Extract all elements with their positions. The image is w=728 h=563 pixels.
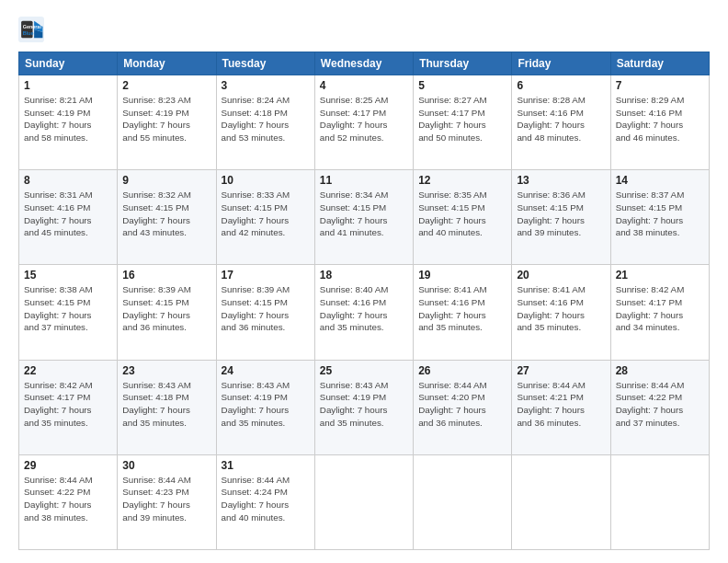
daylight-minutes: and 40 minutes.	[418, 227, 483, 237]
calendar-cell: 4 Sunrise: 8:25 AM Sunset: 4:17 PM Dayli…	[314, 75, 413, 170]
sunset-label: Sunset: 4:17 PM	[24, 392, 90, 402]
calendar-cell: 24 Sunrise: 8:43 AM Sunset: 4:19 PM Dayl…	[216, 360, 314, 454]
daylight-label: Daylight: 7 hours	[24, 120, 92, 130]
daylight-label: Daylight: 7 hours	[616, 215, 684, 225]
sunset-label: Sunset: 4:23 PM	[122, 487, 188, 497]
sunset-label: Sunset: 4:19 PM	[320, 392, 386, 402]
day-number: 21	[616, 269, 704, 282]
calendar-cell: 2 Sunrise: 8:23 AM Sunset: 4:19 PM Dayli…	[118, 75, 216, 170]
daylight-minutes: and 35 minutes.	[517, 322, 581, 332]
sunrise-label: Sunrise: 8:21 AM	[24, 95, 93, 105]
sunset-label: Sunset: 4:21 PM	[517, 392, 583, 402]
day-number: 11	[320, 174, 408, 187]
sunset-label: Sunset: 4:17 PM	[418, 108, 484, 118]
calendar-cell: 11 Sunrise: 8:34 AM Sunset: 4:15 PM Dayl…	[314, 170, 413, 265]
calendar-cell: 6 Sunrise: 8:28 AM Sunset: 4:16 PM Dayli…	[512, 75, 610, 170]
calendar-cell: 8 Sunrise: 8:31 AM Sunset: 4:16 PM Dayli…	[19, 170, 118, 265]
calendar-cell: 16 Sunrise: 8:39 AM Sunset: 4:15 PM Dayl…	[118, 265, 216, 360]
day-info: Sunrise: 8:39 AM Sunset: 4:15 PM Dayligh…	[222, 283, 310, 334]
calendar-header: Sunday Monday Tuesday Wednesday Thursday…	[19, 52, 710, 75]
col-tuesday: Tuesday	[216, 52, 314, 75]
sunset-label: Sunset: 4:19 PM	[122, 108, 188, 118]
day-number: 10	[222, 174, 310, 187]
calendar-cell: 21 Sunrise: 8:42 AM Sunset: 4:17 PM Dayl…	[610, 265, 709, 360]
calendar-cell: 25 Sunrise: 8:43 AM Sunset: 4:19 PM Dayl…	[314, 360, 413, 454]
col-friday: Friday	[512, 52, 610, 75]
day-info: Sunrise: 8:37 AM Sunset: 4:15 PM Dayligh…	[616, 189, 704, 239]
sunset-label: Sunset: 4:15 PM	[122, 297, 188, 307]
daylight-minutes: and 35 minutes.	[222, 418, 286, 428]
day-number: 17	[222, 269, 310, 282]
sunrise-label: Sunrise: 8:37 AM	[616, 190, 685, 200]
daylight-minutes: and 58 minutes.	[24, 132, 88, 143]
daylight-label: Daylight: 7 hours	[122, 310, 190, 320]
day-info: Sunrise: 8:24 AM Sunset: 4:18 PM Dayligh…	[222, 94, 310, 144]
calendar-body: 1 Sunrise: 8:21 AM Sunset: 4:19 PM Dayli…	[19, 75, 710, 550]
sunrise-label: Sunrise: 8:24 AM	[222, 95, 290, 105]
day-number: 12	[418, 174, 506, 187]
col-saturday: Saturday	[610, 52, 709, 75]
day-info: Sunrise: 8:44 AM Sunset: 4:23 PM Dayligh…	[122, 474, 210, 524]
day-info: Sunrise: 8:27 AM Sunset: 4:17 PM Dayligh…	[418, 94, 506, 144]
day-number: 19	[418, 269, 506, 282]
sunrise-label: Sunrise: 8:27 AM	[418, 95, 487, 105]
sunrise-label: Sunrise: 8:23 AM	[122, 95, 191, 105]
daylight-label: Daylight: 7 hours	[517, 405, 585, 415]
day-number: 8	[24, 174, 112, 187]
calendar-table: Sunday Monday Tuesday Wednesday Thursday…	[18, 52, 710, 550]
sunrise-label: Sunrise: 8:44 AM	[418, 380, 487, 390]
sunrise-label: Sunrise: 8:38 AM	[24, 284, 93, 294]
daylight-label: Daylight: 7 hours	[222, 120, 290, 130]
day-info: Sunrise: 8:44 AM Sunset: 4:20 PM Dayligh…	[418, 379, 506, 430]
day-info: Sunrise: 8:34 AM Sunset: 4:15 PM Dayligh…	[320, 189, 408, 239]
sunset-label: Sunset: 4:19 PM	[222, 392, 288, 402]
day-number: 3	[222, 79, 310, 92]
calendar-week-2: 15 Sunrise: 8:38 AM Sunset: 4:15 PM Dayl…	[19, 265, 710, 360]
calendar-cell: 26 Sunrise: 8:44 AM Sunset: 4:20 PM Dayl…	[414, 360, 512, 454]
sunrise-label: Sunrise: 8:43 AM	[320, 380, 389, 390]
day-number: 23	[122, 364, 210, 377]
sunrise-label: Sunrise: 8:42 AM	[24, 380, 93, 390]
day-info: Sunrise: 8:36 AM Sunset: 4:15 PM Dayligh…	[517, 189, 605, 239]
day-number: 26	[418, 364, 506, 377]
daylight-label: Daylight: 7 hours	[222, 310, 290, 320]
day-info: Sunrise: 8:21 AM Sunset: 4:19 PM Dayligh…	[24, 94, 112, 144]
daylight-label: Daylight: 7 hours	[616, 310, 684, 320]
daylight-label: Daylight: 7 hours	[24, 405, 92, 415]
sunset-label: Sunset: 4:15 PM	[24, 297, 90, 307]
daylight-label: Daylight: 7 hours	[222, 215, 290, 225]
day-number: 31	[222, 459, 310, 472]
sunset-label: Sunset: 4:15 PM	[122, 202, 188, 213]
daylight-minutes: and 36 minutes.	[517, 418, 581, 428]
daylight-label: Daylight: 7 hours	[122, 500, 190, 510]
sunrise-label: Sunrise: 8:44 AM	[222, 475, 290, 485]
daylight-minutes: and 36 minutes.	[418, 418, 483, 428]
sunrise-label: Sunrise: 8:35 AM	[418, 190, 487, 200]
calendar-cell: 10 Sunrise: 8:33 AM Sunset: 4:15 PM Dayl…	[216, 170, 314, 265]
sunset-label: Sunset: 4:18 PM	[122, 392, 188, 402]
logo: General Blue	[18, 17, 48, 42]
calendar-cell: 9 Sunrise: 8:32 AM Sunset: 4:15 PM Dayli…	[118, 170, 216, 265]
sunset-label: Sunset: 4:17 PM	[320, 108, 386, 118]
daylight-label: Daylight: 7 hours	[517, 120, 585, 130]
day-number: 29	[24, 459, 112, 472]
day-number: 22	[24, 364, 112, 377]
day-info: Sunrise: 8:44 AM Sunset: 4:22 PM Dayligh…	[24, 474, 112, 524]
col-thursday: Thursday	[414, 52, 512, 75]
sunrise-label: Sunrise: 8:28 AM	[517, 95, 586, 105]
day-info: Sunrise: 8:29 AM Sunset: 4:16 PM Dayligh…	[616, 94, 704, 144]
day-number: 16	[122, 269, 210, 282]
header: General Blue	[18, 17, 710, 42]
sunset-label: Sunset: 4:15 PM	[616, 202, 682, 213]
daylight-label: Daylight: 7 hours	[122, 120, 190, 130]
calendar-week-1: 8 Sunrise: 8:31 AM Sunset: 4:16 PM Dayli…	[19, 170, 710, 265]
day-info: Sunrise: 8:25 AM Sunset: 4:17 PM Dayligh…	[320, 94, 408, 144]
daylight-minutes: and 45 minutes.	[24, 227, 88, 237]
sunset-label: Sunset: 4:16 PM	[517, 297, 583, 307]
calendar-cell: 30 Sunrise: 8:44 AM Sunset: 4:23 PM Dayl…	[118, 454, 216, 549]
daylight-label: Daylight: 7 hours	[616, 405, 684, 415]
daylight-minutes: and 48 minutes.	[517, 132, 581, 143]
sunset-label: Sunset: 4:16 PM	[320, 297, 386, 307]
sunset-label: Sunset: 4:16 PM	[616, 108, 682, 118]
day-info: Sunrise: 8:44 AM Sunset: 4:24 PM Dayligh…	[222, 474, 310, 524]
